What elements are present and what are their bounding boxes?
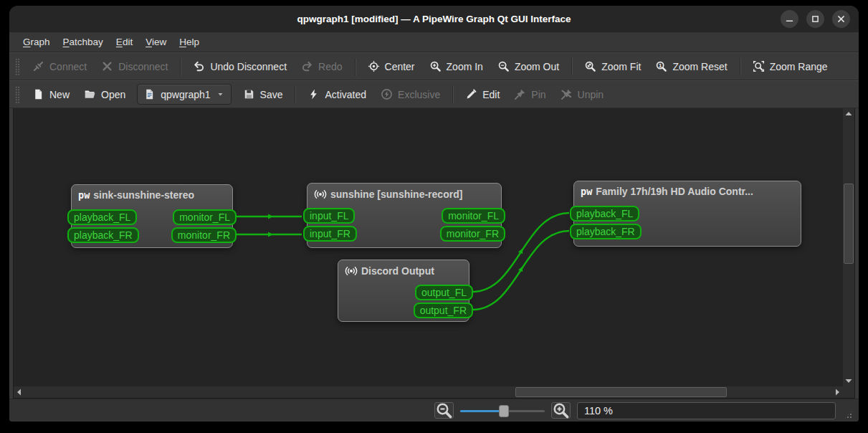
toolbar-button-save[interactable]: Save [236, 85, 290, 105]
vertical-scrollbar-thumb[interactable] [844, 184, 854, 264]
zoom-spinbox[interactable]: 110 % [577, 402, 836, 419]
patchbay-toolbar: NewOpenqpwgraph1SaveActivatedExclusiveEd… [9, 80, 859, 108]
connection-layer [14, 108, 844, 391]
close-icon [835, 13, 847, 25]
toolbar-button-label: Pin [531, 89, 545, 100]
toolbar-button-label: Unpin [578, 89, 604, 100]
toolbar-button-label: Zoom In [447, 61, 483, 72]
zoom-slider-fill [460, 410, 503, 412]
toolbar-button-unpin[interactable]: Unpin [553, 85, 611, 105]
patchbay-file-icon [143, 88, 156, 100]
spin-down-icon[interactable] [618, 411, 833, 422]
toolbar-button-connect[interactable]: Connect [25, 57, 94, 77]
menu-item-view[interactable]: View [139, 34, 173, 50]
center-icon [368, 60, 380, 72]
application-window: qpwgraph1 [modified] — A PipeWire Graph … [9, 6, 859, 422]
vertical-scrollbar[interactable] [842, 108, 854, 386]
toolbar-button-label: Zoom Reset [672, 61, 727, 72]
zoom-slider-handle[interactable] [499, 405, 509, 417]
toolbar-button-pin[interactable]: Pin [507, 85, 553, 105]
toolbar-button-label: Activated [325, 89, 366, 100]
svg-text:1: 1 [659, 63, 662, 69]
disconnect-icon [101, 60, 113, 72]
toolbar-button-zoom-reset[interactable]: 1Zoom Reset [648, 57, 734, 77]
toolbar-button-label: Edit [482, 89, 500, 100]
scroll-right-icon[interactable] [831, 386, 843, 398]
minimize-icon [783, 13, 796, 25]
toolbar-separator [740, 58, 740, 75]
toolbar-button-zoom-fit[interactable]: Zoom Fit [577, 57, 648, 77]
toolbar-button-label: New [49, 89, 70, 100]
menubar: GraphPatchbayEditViewHelp [9, 32, 859, 52]
close-button[interactable] [832, 10, 850, 28]
toolbar-button-label: Redo [318, 61, 342, 72]
scroll-down-icon[interactable] [843, 375, 854, 386]
toolbar-button-exclusive[interactable]: Exclusive [373, 85, 447, 105]
toolbar-button-label: Save [260, 89, 283, 100]
toolbar-button-open[interactable]: Open [77, 85, 133, 105]
zoom-in-icon [429, 60, 442, 72]
horizontal-scrollbar-thumb[interactable] [515, 387, 727, 397]
statusbar: 110 % [9, 399, 859, 422]
zoom-out-button[interactable] [434, 402, 454, 419]
toolbar-button-zoom-out[interactable]: Zoom Out [490, 57, 566, 77]
toolbar-button-label: Zoom Fit [601, 61, 641, 72]
graph-canvas[interactable]: pwsink-sunshine-stereoplayback_FLmonitor… [13, 108, 855, 399]
zoom-value: 110 % [584, 405, 613, 417]
resize-grip[interactable] [844, 410, 853, 419]
zoom-slider[interactable] [460, 404, 545, 417]
toolbar-button-label: Connect [49, 61, 87, 72]
toolbar-drag-handle[interactable] [15, 86, 20, 103]
zoom-out-icon [435, 401, 453, 419]
toolbar-button-center[interactable]: Center [361, 57, 422, 77]
toolbar-button-edit[interactable]: Edit [458, 85, 507, 105]
toolbar-separator [295, 86, 295, 103]
toolbar-button-label: Center [385, 61, 415, 72]
zoom-reset-icon: 1 [655, 60, 667, 72]
toolbar-button-label: Open [101, 89, 125, 100]
pencil-icon [465, 88, 477, 100]
toolbar-button-zoom-range[interactable]: Zoom Range [745, 57, 835, 77]
toolbar-button-label: Disconnect [118, 61, 168, 72]
pin-icon [514, 88, 526, 100]
redo-icon [301, 60, 313, 72]
scrollbar-corner [843, 386, 854, 398]
maximize-button[interactable] [806, 10, 824, 28]
toolbar-button-new[interactable]: New [25, 85, 77, 105]
zoom-in-button[interactable] [551, 402, 571, 419]
toolbar-button-activated[interactable]: Activated [300, 85, 373, 105]
patchbay-selector-value: qpwgraph1 [161, 89, 210, 100]
maximize-icon [809, 13, 821, 25]
toolbar-button-redo[interactable]: Redo [294, 57, 349, 77]
toolbar-button-zoom-in[interactable]: Zoom In [422, 57, 490, 77]
zoom-out-icon [497, 60, 510, 72]
horizontal-scrollbar[interactable] [14, 386, 843, 398]
minimize-button[interactable] [781, 10, 798, 28]
bolt-icon [307, 88, 320, 100]
toolbar-button-label: Undo Disconnect [210, 61, 287, 72]
undo-icon [193, 60, 205, 72]
graph-toolbar: ConnectDisconnectUndo DisconnectRedoCent… [9, 52, 859, 80]
menu-item-patchbay[interactable]: Patchbay [57, 34, 110, 50]
scroll-left-icon[interactable] [14, 386, 25, 398]
titlebar: qpwgraph1 [modified] — A PipeWire Graph … [9, 6, 859, 32]
toolbar-button-label: Exclusive [398, 89, 440, 100]
toolbar-separator [355, 58, 356, 75]
toolbar-button-label: Zoom Out [515, 61, 559, 72]
toolbar-drag-handle[interactable] [15, 58, 20, 75]
link-arrow [268, 232, 273, 237]
patchbay-selector[interactable]: qpwgraph1 [137, 84, 231, 105]
circled-bolt-icon [381, 88, 393, 100]
save-icon [243, 88, 255, 100]
menu-item-help[interactable]: Help [173, 34, 206, 50]
menu-item-edit[interactable]: Edit [110, 34, 139, 50]
chevron-down-icon [216, 90, 225, 99]
zoom-range-icon [753, 60, 765, 72]
toolbar-button-disconnect[interactable]: Disconnect [94, 57, 175, 77]
toolbar-separator [452, 86, 453, 103]
zoom-in-icon [552, 401, 570, 419]
scroll-up-icon[interactable] [843, 108, 854, 120]
menu-item-graph[interactable]: Graph [16, 34, 57, 50]
toolbar-separator [180, 58, 181, 75]
toolbar-button-undo-disconnect[interactable]: Undo Disconnect [186, 57, 294, 77]
